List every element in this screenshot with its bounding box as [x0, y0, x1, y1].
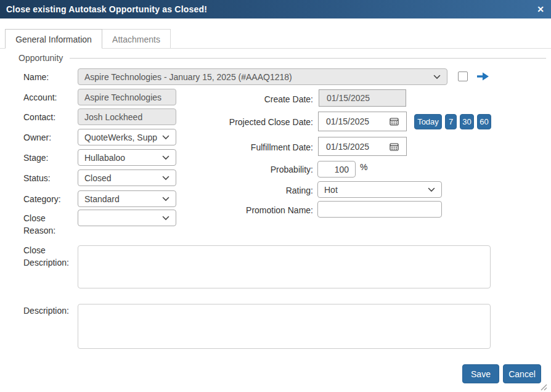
description-label: Description:: [23, 304, 69, 317]
probability-input[interactable]: 100: [317, 161, 356, 178]
percent-suffix: %: [360, 162, 367, 172]
create-date-label: Create Date:: [203, 93, 313, 105]
dialog-titlebar: Close existing Autotask Opportunity as C…: [0, 0, 551, 18]
name-select[interactable]: Aspire Technologies - January 15, 2025 (…: [78, 68, 447, 85]
account-field: Aspire Technologies: [78, 89, 176, 105]
chevron-down-icon: [162, 197, 169, 202]
calendar-icon[interactable]: [390, 142, 399, 151]
status-select[interactable]: Closed: [78, 169, 176, 186]
rating-label: Rating:: [203, 184, 313, 197]
opportunity-group-label: Opportunity: [18, 53, 63, 63]
contact-label: Contact:: [23, 111, 55, 123]
chevron-down-icon: [162, 155, 169, 160]
category-label: Category:: [23, 193, 61, 205]
projected-close-date-input[interactable]: 01/15/2025: [318, 112, 407, 131]
close-icon[interactable]: ✕: [537, 4, 544, 15]
chevron-down-icon: [162, 135, 169, 140]
fulfillment-date-label: Fulfillment Date:: [203, 141, 313, 153]
close-opportunity-dialog: Close existing Autotask Opportunity as C…: [0, 0, 551, 392]
owner-label: Owner:: [23, 131, 51, 144]
opportunity-group-rule: [70, 58, 546, 59]
probability-label: Probability:: [203, 163, 313, 176]
stage-label: Stage:: [23, 152, 48, 164]
promotion-name-input[interactable]: [317, 201, 442, 218]
chevron-down-icon: [162, 216, 169, 221]
save-button[interactable]: Save: [462, 364, 499, 383]
owner-select[interactable]: QuoteWerks, Supp: [78, 129, 176, 145]
tab-general-information[interactable]: General Information: [5, 29, 102, 49]
resize-grip-icon[interactable]: [540, 382, 547, 392]
close-description-textarea[interactable]: [78, 245, 491, 288]
promotion-name-label: Promotion Name:: [203, 204, 313, 216]
fulfillment-date-input[interactable]: 01/15/2025: [318, 137, 407, 156]
stage-select[interactable]: Hullabaloo: [78, 149, 176, 166]
status-label: Status:: [23, 172, 51, 184]
rating-select[interactable]: Hot: [317, 181, 442, 198]
close-reason-label: Close Reason:: [23, 212, 73, 237]
tab-attachments[interactable]: Attachments: [102, 29, 171, 48]
plus30-days-button[interactable]: 30: [460, 114, 474, 129]
plus60-days-button[interactable]: 60: [477, 114, 491, 129]
goto-opportunity-arrow-icon[interactable]: [476, 72, 490, 81]
chevron-down-icon: [433, 75, 441, 80]
plus7-days-button[interactable]: 7: [445, 114, 457, 129]
create-date-field: 01/15/2025: [319, 89, 406, 107]
category-select[interactable]: Standard: [78, 190, 176, 207]
today-button[interactable]: Today: [414, 114, 442, 129]
tab-bar: General Information Attachments: [0, 29, 551, 49]
close-description-label: Close Description:: [23, 244, 76, 269]
name-link-checkbox[interactable]: [458, 71, 468, 81]
account-label: Account:: [23, 91, 57, 104]
name-label: Name:: [23, 71, 49, 83]
chevron-down-icon: [162, 176, 169, 181]
close-reason-select[interactable]: [78, 210, 176, 226]
description-textarea[interactable]: [78, 304, 491, 349]
projected-close-date-label: Projected Close Date:: [203, 116, 313, 128]
chevron-down-icon: [428, 187, 435, 192]
dialog-title: Close existing Autotask Opportunity as C…: [6, 4, 207, 14]
contact-field: Josh Lockheed: [78, 108, 176, 125]
calendar-icon[interactable]: [390, 117, 399, 126]
cancel-button[interactable]: Cancel: [503, 364, 541, 383]
